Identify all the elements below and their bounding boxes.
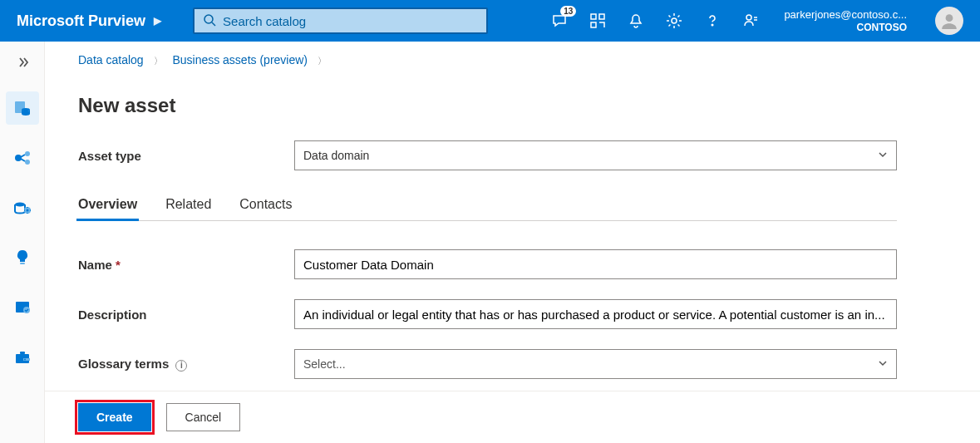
chevron-down-icon	[878, 358, 888, 371]
info-icon[interactable]: i	[175, 360, 187, 372]
svg-rect-23	[20, 352, 25, 354]
help-icon[interactable]	[704, 12, 721, 29]
field-description: Description	[78, 299, 897, 329]
svg-point-18	[26, 209, 28, 212]
user-email: parkerjones@contoso.c...	[784, 8, 907, 22]
description-input[interactable]	[294, 299, 897, 329]
gear-icon[interactable]	[666, 12, 682, 29]
svg-point-11	[15, 155, 22, 161]
tab-related[interactable]: Related	[165, 190, 211, 220]
nav-data-share[interactable]	[6, 191, 39, 224]
nav-policy[interactable]	[6, 291, 39, 324]
name-input[interactable]	[294, 249, 897, 279]
page-title: New asset	[78, 94, 897, 117]
asset-type-dropdown[interactable]: Data domain	[294, 140, 897, 170]
breadcrumb-data-catalog[interactable]: Data catalog	[78, 53, 144, 66]
tab-bar: Overview Related Contacts	[78, 190, 897, 221]
header-icons: 13 parkerjones@contoso.c... CONTOSO	[551, 7, 980, 35]
chevron-right-icon: ▶	[154, 15, 161, 27]
brand[interactable]: Microsoft Purview ▶	[0, 12, 168, 30]
svg-rect-3	[599, 14, 604, 19]
svg-point-8	[946, 14, 953, 22]
notification-badge: 13	[560, 6, 576, 17]
chat-icon[interactable]: 13	[551, 12, 568, 29]
cancel-button[interactable]: Cancel	[166, 403, 241, 431]
chevron-right-icon: 〉	[311, 56, 333, 66]
main-panel: Data catalog 〉 Business assets (preview)…	[45, 42, 980, 443]
svg-line-15	[21, 159, 25, 161]
svg-point-25	[24, 359, 26, 361]
avatar[interactable]	[935, 7, 963, 35]
footer-actions: Create Cancel	[45, 391, 980, 443]
tab-contacts[interactable]: Contacts	[239, 190, 292, 220]
svg-point-12	[25, 151, 30, 156]
nav-management[interactable]	[6, 341, 39, 374]
svg-line-1	[212, 22, 215, 26]
asset-type-value: Data domain	[303, 149, 369, 162]
required-marker: *	[116, 258, 121, 272]
search-input[interactable]	[223, 14, 478, 28]
user-block[interactable]: parkerjones@contoso.c... CONTOSO	[784, 8, 907, 33]
field-asset-type: Asset type Data domain	[78, 140, 897, 170]
chevron-down-icon	[878, 150, 888, 162]
description-label: Description	[78, 308, 294, 322]
search-icon	[203, 13, 216, 29]
scan-icon[interactable]	[589, 12, 606, 29]
glossary-placeholder: Select...	[303, 357, 346, 371]
svg-rect-4	[591, 22, 596, 27]
svg-point-6	[712, 24, 714, 26]
svg-line-14	[21, 155, 25, 157]
feedback-icon[interactable]	[742, 12, 759, 29]
glossary-label: Glossary terms i	[78, 357, 294, 371]
expand-nav-button[interactable]	[6, 50, 39, 75]
field-glossary-terms: Glossary terms i Select...	[78, 349, 897, 379]
header-bar: Microsoft Purview ▶ 13 pa	[0, 0, 980, 42]
svg-point-13	[25, 160, 30, 165]
search-box[interactable]	[193, 7, 488, 34]
svg-rect-19	[20, 263, 25, 264]
brand-label: Microsoft Purview	[17, 12, 145, 30]
asset-type-label: Asset type	[78, 149, 294, 163]
nav-insights[interactable]	[6, 241, 39, 274]
breadcrumb-business-assets[interactable]: Business assets (preview)	[172, 53, 308, 66]
bell-icon[interactable]	[628, 12, 644, 29]
nav-data-map[interactable]	[6, 141, 39, 175]
svg-point-0	[204, 15, 213, 23]
glossary-dropdown[interactable]: Select...	[294, 349, 897, 379]
svg-rect-2	[591, 14, 596, 19]
svg-point-7	[746, 15, 751, 20]
svg-point-5	[672, 18, 677, 23]
user-company: CONTOSO	[857, 22, 907, 33]
name-label: Name *	[78, 258, 294, 272]
nav-data-catalog[interactable]	[6, 91, 39, 125]
tab-overview[interactable]: Overview	[78, 190, 137, 220]
chevron-right-icon: 〉	[147, 56, 170, 66]
left-nav-rail	[0, 42, 45, 443]
field-name: Name *	[78, 249, 897, 279]
breadcrumb: Data catalog 〉 Business assets (preview)…	[45, 42, 980, 71]
svg-point-10	[22, 108, 30, 111]
svg-point-16	[15, 203, 25, 207]
create-button[interactable]: Create	[78, 403, 151, 431]
